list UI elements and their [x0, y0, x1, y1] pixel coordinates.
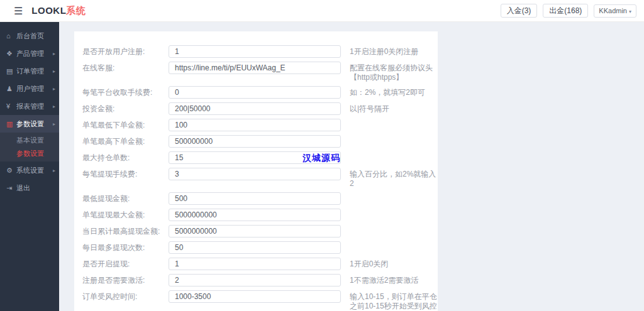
field-label: 是否开启提现: [82, 258, 169, 270]
field-input-wrap [169, 135, 341, 148]
deposit-button[interactable]: 入金(3) [501, 4, 538, 18]
sidebar-item-label: 后台首页 [16, 31, 55, 41]
chevron-right-icon: ▸ [53, 86, 55, 92]
form-row: 投资金额: 以|符号隔开 [82, 102, 438, 115]
form-row: 最低提现金额: [82, 192, 438, 205]
main-content: 是否开放用户注册: 1开启注册0关闭注册 在线客服: 配置在线客服必须协议头【h… [59, 22, 644, 311]
field-hint [350, 135, 438, 137]
chevron-right-icon: ▸ [53, 168, 55, 173]
logo-primary: LOOKL [31, 5, 66, 16]
field-label: 单笔提现最大金额: [82, 209, 169, 221]
form-row: 每日最多提现次数: [82, 241, 438, 254]
sidebar-item-2[interactable]: ▤ 订单管理 ▸ [0, 62, 59, 80]
field-input-wrap [169, 192, 341, 205]
field-input[interactable] [169, 241, 341, 254]
sidebar-subitem-0[interactable]: 基本设置 [0, 134, 59, 147]
form-row: 是否开放用户注册: 1开启注册0关闭注册 [82, 45, 438, 58]
app-header: ☰ LOOKL系统 入金(3) 出金(168) KKadmin▾ [0, 0, 644, 22]
logout-icon: ⇥ [6, 184, 16, 192]
field-hint: 1不需激活2需要激活 [350, 274, 438, 285]
sidebar-item-0[interactable]: ⌂ 后台首页 [0, 27, 59, 45]
field-input[interactable] [169, 45, 341, 58]
field-input-wrap [169, 290, 341, 303]
field-label: 在线客服: [82, 62, 169, 74]
field-hint [350, 192, 438, 194]
sidebar-item-label: 用户管理 [16, 84, 53, 94]
field-hint [350, 241, 438, 243]
field-hint [350, 119, 438, 121]
source-watermark: 汉城源码 [303, 153, 340, 164]
sidebar-submenu: 基本设置参数设置 [0, 133, 59, 161]
chevron-right-icon: ▸ [53, 104, 55, 109]
form-row: 每笔提现手续费: 输入百分比，如2%就输入2 [82, 168, 438, 188]
field-label: 是否开放用户注册: [82, 45, 169, 58]
user-icon: ♟ [6, 85, 16, 93]
field-input-wrap: 汉城源码 [169, 151, 341, 164]
sidebar-item-4[interactable]: ¥ 报表管理 ▸ [0, 97, 59, 115]
field-hint: 输入百分比，如2%就输入2 [350, 168, 438, 188]
field-input[interactable] [169, 258, 341, 270]
field-input-wrap [169, 225, 341, 237]
field-input-wrap [169, 209, 341, 221]
report-icon: ¥ [6, 102, 16, 110]
field-label: 当日累计最高提现金额: [82, 225, 169, 237]
settings-form-card: 是否开放用户注册: 1开启注册0关闭注册 在线客服: 配置在线客服必须协议头【h… [74, 31, 438, 311]
field-hint: 1开启0关闭 [350, 258, 438, 269]
field-input[interactable] [169, 86, 341, 99]
field-input[interactable] [169, 290, 341, 303]
field-hint [350, 225, 438, 227]
field-input[interactable] [169, 274, 341, 286]
field-label: 单笔最高下单金额: [82, 135, 169, 148]
hamburger-icon[interactable]: ☰ [14, 5, 23, 17]
field-input[interactable] [169, 209, 341, 221]
chevron-right-icon: ▸ [53, 68, 55, 74]
field-input-wrap [169, 86, 341, 99]
dashboard-icon: ⌂ [6, 32, 16, 40]
app-logo[interactable]: LOOKL系统 [31, 5, 86, 17]
sidebar-item-5[interactable]: ▥ 参数设置 ▸ [0, 115, 59, 133]
field-input[interactable] [169, 135, 341, 148]
field-label: 每日最多提现次数: [82, 241, 169, 254]
field-input[interactable] [169, 102, 341, 115]
field-input-wrap [169, 168, 341, 180]
field-label: 最大持仓单数: [82, 151, 169, 164]
field-input[interactable] [169, 168, 341, 180]
user-menu-button[interactable]: KKadmin▾ [594, 4, 636, 18]
sidebar-item-7[interactable]: ⇥ 退出 [0, 179, 59, 197]
sidebar-item-6[interactable]: ⚙ 系统设置 ▸ [0, 161, 59, 179]
sidebar-item-label: 订单管理 [16, 67, 53, 76]
field-label: 单笔最低下单金额: [82, 119, 169, 131]
field-input[interactable] [169, 225, 341, 237]
chevron-right-icon: ▸ [53, 121, 55, 127]
field-label: 每笔提现手续费: [82, 168, 169, 180]
system-icon: ⚙ [6, 166, 16, 175]
sidebar-item-1[interactable]: ❖ 产品管理 ▸ [0, 45, 59, 62]
sidebar-item-3[interactable]: ♟ 用户管理 ▸ [0, 80, 59, 97]
field-hint [350, 151, 438, 153]
field-input-wrap [169, 119, 341, 131]
field-input-wrap [169, 45, 341, 58]
form-row: 是否开启提现: 1开启0关闭 [82, 258, 438, 270]
form-row: 单笔最低下单金额: [82, 119, 438, 131]
field-hint: 输入10-15，则订单在平仓之前10-15秒开始受到风控影响。 [350, 290, 438, 311]
sidebar-item-label: 参数设置 [16, 119, 53, 129]
field-input[interactable] [169, 192, 341, 205]
sidebar-subitem-1[interactable]: 参数设置 [0, 147, 59, 160]
field-label: 注册是否需要激活: [82, 274, 169, 286]
product-icon: ❖ [6, 50, 16, 58]
form-row: 订单受风控时间: 输入10-15，则订单在平仓之前10-15秒开始受到风控影响。 [82, 290, 438, 311]
field-hint: 配置在线客服必须协议头【http或htpps】 [350, 62, 438, 82]
field-hint: 如：2%，就填写2即可 [350, 86, 438, 97]
chevron-right-icon: ▸ [53, 51, 55, 57]
sidebar-menu: ⌂ 后台首页 ❖ 产品管理 ▸ ▤ 订单管理 ▸ ♟ 用户管理 ▸ ¥ 报表管理… [0, 27, 59, 197]
withdraw-button[interactable]: 出金(168) [543, 4, 588, 18]
settings-form: 是否开放用户注册: 1开启注册0关闭注册 在线客服: 配置在线客服必须协议头【h… [82, 45, 438, 311]
field-label: 投资金额: [82, 102, 169, 115]
field-input[interactable] [169, 119, 341, 131]
chevron-down-icon: ▾ [629, 9, 631, 14]
field-input[interactable] [169, 62, 341, 74]
form-row: 每笔平台收取手续费: 如：2%，就填写2即可 [82, 86, 438, 99]
user-menu-label: KKadmin [599, 7, 627, 14]
field-hint: 以|符号隔开 [350, 102, 438, 114]
form-row: 在线客服: 配置在线客服必须协议头【http或htpps】 [82, 62, 438, 82]
